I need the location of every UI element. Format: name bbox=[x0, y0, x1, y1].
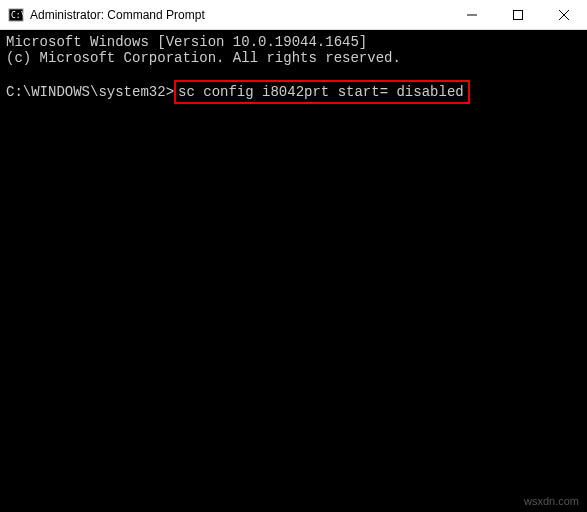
maximize-button[interactable] bbox=[495, 0, 541, 29]
svg-text:C:\: C:\ bbox=[11, 11, 24, 20]
close-button[interactable] bbox=[541, 0, 587, 29]
terminal-area[interactable]: Microsoft Windows [Version 10.0.19044.16… bbox=[0, 30, 587, 512]
window-title: Administrator: Command Prompt bbox=[30, 8, 449, 22]
terminal-output-line: (c) Microsoft Corporation. All rights re… bbox=[6, 50, 581, 66]
minimize-button[interactable] bbox=[449, 0, 495, 29]
terminal-prompt: C:\WINDOWS\system32> bbox=[6, 84, 174, 100]
cmd-icon: C:\ bbox=[8, 7, 24, 23]
window-titlebar: C:\ Administrator: Command Prompt bbox=[0, 0, 587, 30]
window-controls bbox=[449, 0, 587, 29]
svg-rect-3 bbox=[514, 10, 523, 19]
highlighted-command: sc config i8042prt start= disabled bbox=[174, 80, 470, 104]
terminal-output-line: Microsoft Windows [Version 10.0.19044.16… bbox=[6, 34, 581, 50]
terminal-prompt-row: C:\WINDOWS\system32>sc config i8042prt s… bbox=[6, 80, 581, 104]
watermark-text: wsxdn.com bbox=[524, 495, 579, 508]
